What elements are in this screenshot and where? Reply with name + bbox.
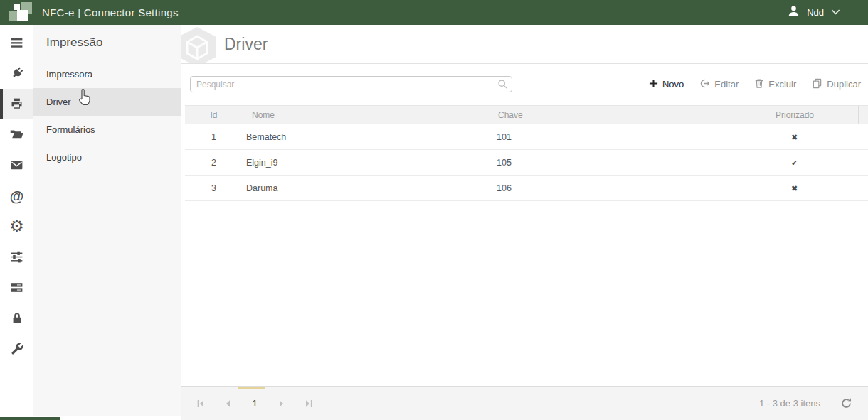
page-header: Driver <box>181 25 868 64</box>
trash-icon <box>754 78 764 91</box>
gear-icon: ⚙ <box>9 218 24 235</box>
column-header-nome[interactable]: Nome <box>243 106 489 124</box>
user-icon <box>787 4 800 21</box>
user-name: Ndd <box>807 7 824 18</box>
app-window: NFC-e | Connector Settings Ndd <box>0 0 868 420</box>
page-title: Driver <box>224 35 268 54</box>
excluir-label: Excluir <box>768 79 796 90</box>
cell-filler <box>858 124 868 149</box>
column-header-filler <box>858 106 868 124</box>
excluir-button[interactable]: Excluir <box>754 78 796 91</box>
cross-icon: ✖ <box>791 184 798 193</box>
cell-id: 2 <box>185 158 243 168</box>
lock-icon <box>10 311 24 325</box>
rail-item-printing[interactable] <box>0 89 33 119</box>
pager: 1 1 - 3 de 3 itens <box>181 386 868 420</box>
logo-square <box>17 10 28 21</box>
cell-chave: 106 <box>489 183 731 193</box>
last-page-button[interactable] <box>300 395 317 412</box>
rail-item-services[interactable] <box>0 272 33 303</box>
editar-label: Editar <box>714 79 739 90</box>
cell-id: 1 <box>185 132 243 142</box>
plug-icon <box>9 66 24 81</box>
wrench-icon <box>10 342 24 356</box>
table-row[interactable]: 1 Bematech 101 ✖ <box>185 124 868 150</box>
printer-icon <box>9 97 24 112</box>
rail-item-tools[interactable] <box>0 333 33 364</box>
duplicar-button[interactable]: Duplicar <box>812 78 861 91</box>
app-title: NFC-e | Connector Settings <box>42 6 179 18</box>
cross-icon: ✖ <box>791 133 798 141</box>
rail-item-at[interactable]: @ <box>0 181 33 211</box>
app-logo <box>9 2 32 23</box>
pager-nav: 1 <box>192 395 317 412</box>
editar-button[interactable]: Editar <box>699 78 739 91</box>
table-row[interactable]: 2 Elgin_i9 105 ✔ <box>185 150 868 176</box>
cell-priorizado: ✖ <box>731 183 858 193</box>
column-header-id[interactable]: Id <box>185 106 243 124</box>
edit-export-icon <box>699 78 710 91</box>
novo-button[interactable]: Novo <box>649 79 684 90</box>
search-box <box>190 76 512 92</box>
next-page-button[interactable] <box>273 395 290 412</box>
duplicar-label: Duplicar <box>827 79 861 90</box>
cell-priorizado: ✖ <box>731 132 858 142</box>
sidebar-item-logotipo[interactable]: Logotipo <box>33 144 181 171</box>
search-input[interactable] <box>190 76 512 92</box>
cell-nome: Daruma <box>243 183 489 193</box>
menu-icon <box>9 36 24 50</box>
sidebar-item-formularios[interactable]: Formulários <box>33 116 181 144</box>
cell-chave: 105 <box>489 158 731 168</box>
rail-item-security[interactable] <box>0 303 33 333</box>
chevron-down-icon <box>830 6 841 19</box>
sidebar-item-driver[interactable]: Driver <box>33 88 181 116</box>
novo-label: Novo <box>662 79 684 90</box>
page-number-button[interactable]: 1 <box>246 395 263 412</box>
rail-item-mail[interactable] <box>0 150 33 181</box>
toolbar: Novo Editar Excluir Duplicar <box>649 78 861 91</box>
sliders-icon <box>9 249 24 264</box>
topbar: NFC-e | Connector Settings Ndd <box>0 0 868 25</box>
icon-rail: @ ⚙ <box>0 25 33 420</box>
cell-filler <box>858 176 868 200</box>
controls-row: Novo Editar Excluir Duplicar <box>181 64 868 92</box>
server-icon <box>9 280 24 295</box>
sidebar-item-impressora[interactable]: Impressora <box>33 60 181 88</box>
check-icon: ✔ <box>791 158 798 167</box>
plus-icon <box>649 79 658 90</box>
body-row: @ ⚙ Impressão Impressora Driver Formulá <box>0 25 868 420</box>
cell-chave: 101 <box>489 132 731 142</box>
mail-icon <box>9 158 24 173</box>
table-row[interactable]: 3 Daruma 106 ✖ <box>185 176 868 201</box>
previous-page-button[interactable] <box>219 395 236 412</box>
rail-item-connector[interactable] <box>0 58 33 89</box>
refresh-icon[interactable] <box>840 397 852 409</box>
rail-item-parameters[interactable] <box>0 242 33 272</box>
at-sign-icon: @ <box>10 189 24 203</box>
cell-nome: Elgin_i9 <box>243 158 489 168</box>
column-header-chave[interactable]: Chave <box>489 106 731 124</box>
duplicate-pages-icon <box>812 78 822 91</box>
data-grid: Id Nome Chave Priorizado 1 Bematech 101 … <box>185 105 868 201</box>
rail-item-menu[interactable] <box>0 28 33 58</box>
cell-priorizado: ✔ <box>731 158 858 168</box>
bottom-accent-strip <box>0 417 60 420</box>
first-page-button[interactable] <box>192 395 209 412</box>
user-menu[interactable]: Ndd <box>787 4 841 21</box>
pager-right: 1 - 3 de 3 itens <box>759 397 852 409</box>
rail-item-files[interactable] <box>0 119 33 150</box>
logo-square <box>14 4 20 10</box>
items-count: 1 - 3 de 3 itens <box>759 398 820 409</box>
column-header-priorizado[interactable]: Priorizado <box>731 106 858 124</box>
grid-header-row: Id Nome Chave Priorizado <box>185 105 868 124</box>
sidebar: Impressão Impressora Driver Formulários … <box>33 25 181 416</box>
folder-open-icon <box>9 127 24 142</box>
cell-id: 3 <box>185 183 243 193</box>
cell-filler <box>858 150 868 175</box>
cell-nome: Bematech <box>243 132 489 142</box>
rail-item-settings[interactable]: ⚙ <box>0 211 33 242</box>
sidebar-heading: Impressão <box>33 25 181 60</box>
search-icon[interactable] <box>497 79 508 92</box>
package-watermark-icon <box>181 26 220 64</box>
main-panel: Driver Novo Editar <box>181 25 868 420</box>
